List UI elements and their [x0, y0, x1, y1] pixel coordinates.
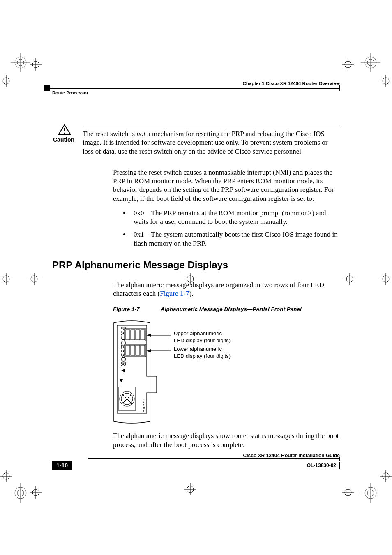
- crosshair-mark: [28, 273, 40, 285]
- svg-rect-70: [141, 345, 145, 355]
- figure-diagram: PROCESSOR: [113, 319, 340, 426]
- list-item: 0x0—The PRP remains at the ROM monitor p…: [123, 209, 340, 226]
- crosshair-mark: [0, 75, 12, 87]
- bullet-list: 0x0—The PRP remains at the ROM monitor p…: [123, 209, 340, 248]
- text: Lower alphanumeric: [174, 346, 231, 352]
- svg-rect-68: [131, 345, 135, 355]
- figure-caption: Figure 1-7Alphanumeric Message Displays—…: [113, 306, 340, 312]
- header-ornament: [339, 85, 340, 91]
- svg-rect-62: [126, 330, 130, 340]
- list-item: 0x1—The system automatically boots the f…: [123, 230, 340, 248]
- text: The reset switch is: [83, 130, 136, 138]
- text: Upper alphanumeric: [174, 330, 231, 337]
- text: ).: [189, 290, 193, 297]
- body-paragraph: The alphanumeric message displays are or…: [113, 281, 340, 298]
- svg-rect-65: [141, 330, 145, 340]
- caution-label: Caution: [53, 136, 77, 143]
- guide-title: Cisco XR 12404 Router Installation Guide: [88, 453, 340, 458]
- figure-xref[interactable]: Figure 1-7: [160, 290, 189, 297]
- registration-mark-top-left: [11, 53, 30, 72]
- crosshair-mark: [380, 75, 392, 87]
- crosshair-mark: [0, 273, 12, 285]
- svg-rect-69: [136, 345, 140, 355]
- svg-rect-67: [126, 345, 130, 355]
- crosshair-mark: [342, 486, 354, 499]
- text: LED display (four digits): [174, 353, 231, 359]
- callout-upper-led: Upper alphanumeric LED display (four dig…: [174, 330, 231, 344]
- header-ornament: [44, 85, 50, 91]
- caution-icon: [52, 124, 77, 136]
- svg-text:H10780: H10780: [142, 400, 146, 413]
- crosshair-mark: [380, 273, 392, 285]
- svg-rect-63: [131, 330, 135, 340]
- page-number: 1-10: [52, 461, 72, 470]
- body-paragraph: The alphanumeric message displays show r…: [113, 431, 340, 449]
- callout-lower-led: Lower alphanumeric LED display (four dig…: [174, 346, 231, 359]
- text: The alphanumeric message displays are or…: [113, 281, 324, 297]
- figure-label: Figure 1-7: [113, 306, 161, 312]
- registration-mark-bottom-right: [361, 483, 380, 503]
- svg-rect-64: [136, 330, 140, 340]
- page-header: Chapter 1 Cisco XR 12404 Router Overview…: [52, 81, 340, 95]
- emphasis: not: [136, 130, 145, 138]
- crosshair-mark: [30, 486, 42, 499]
- registration-mark-bottom-left: [11, 483, 30, 503]
- section-name: Route Processor: [52, 90, 88, 95]
- caution-block: Caution The reset switch is not a mechan…: [52, 124, 340, 161]
- text: LED display (four digits): [174, 337, 231, 344]
- svg-point-60: [64, 133, 65, 134]
- crosshair-mark: [380, 470, 392, 482]
- figure-title: Alphanumeric Message Displays—Partial Fr…: [161, 306, 302, 312]
- body-paragraph: Pressing the reset switch causes a nonma…: [113, 168, 340, 203]
- caution-text: The reset switch is not a mechanism for …: [83, 129, 340, 156]
- page-footer: Cisco XR 12404 Router Installation Guide…: [52, 453, 340, 470]
- crosshair-mark: [344, 273, 356, 285]
- crosshair-mark: [184, 483, 196, 495]
- chapter-title: Chapter 1 Cisco XR 12404 Router Overview: [243, 81, 340, 86]
- section-heading: PRP Alphanumeric Message Displays: [52, 259, 340, 271]
- crosshair-mark: [30, 58, 42, 71]
- crosshair-mark: [0, 470, 12, 482]
- document-number: OL-13830-02: [307, 462, 340, 469]
- crosshair-mark: [342, 58, 354, 71]
- registration-mark-top-right: [361, 53, 380, 72]
